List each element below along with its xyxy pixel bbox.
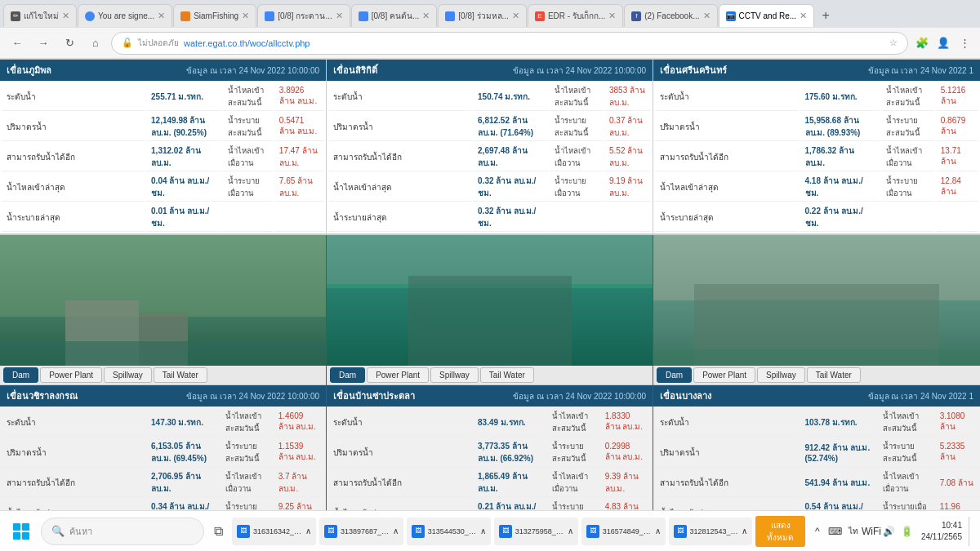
chevron-up-icon[interactable]: ∧ bbox=[568, 527, 573, 535]
chevron-up-icon[interactable]: ∧ bbox=[655, 527, 661, 535]
file-icon-2: 🖼 bbox=[324, 525, 337, 538]
tab-close-9[interactable]: ✕ bbox=[800, 11, 807, 21]
table-row: น้ำไหลเข้าล่าสุด 0.54 ล้าน ลบ.ม./ชม. น้ำ… bbox=[655, 499, 978, 511]
file-icon-1: 🖼 bbox=[237, 525, 250, 538]
cam1-tab-dam[interactable]: Dam bbox=[3, 367, 38, 383]
bottom-dam3-header: เขื่อนบางลาง ข้อมูล ณ เวลา 24 Nov 2022 1 bbox=[653, 385, 980, 407]
new-tab-button[interactable]: + bbox=[815, 5, 836, 26]
tab-close-3[interactable]: ✕ bbox=[242, 11, 249, 21]
browser-tab-9[interactable]: 📷 CCTV and Re... ✕ bbox=[719, 4, 815, 27]
cam-section-1: Vajiralongkorn Dam 2022-11-24 10:41:40 bbox=[0, 235, 327, 511]
table-row: น้ำระบายล่าสุด 0.22 ล้าน ลบ.ม./ชม. bbox=[655, 203, 978, 232]
svg-rect-8 bbox=[408, 276, 572, 366]
clock[interactable]: 10:41 24/11/2565 bbox=[921, 520, 962, 543]
search-icon: 🔍 bbox=[51, 525, 65, 537]
cam3-tab-powerplant[interactable]: Power Plant bbox=[693, 367, 755, 383]
table-row: ระดับน้ำ 83.49 ม.รทก. น้ำไหลเข้าสะสมวันน… bbox=[328, 408, 651, 437]
download-item-3[interactable]: 🖼 313544530_23427....jpg ∧ bbox=[407, 518, 491, 545]
camera-feed-2: Intake Thu Nov 24 2022 10:41:05 bbox=[327, 235, 653, 366]
browser-tab-6[interactable]: [0/8] ร่วมหล... ✕ bbox=[438, 4, 527, 27]
table-row: ปริมาตรน้ำ 6,153.05 ล้าน ลบ.ม. (69.45%) … bbox=[2, 438, 324, 467]
download-item-6[interactable]: 🖼 312812543_44574....jpg ∧ bbox=[669, 518, 753, 545]
download-item-4[interactable]: 🖼 313275958_11353....jpg ∧ bbox=[494, 518, 578, 545]
insecure-icon: 🔓 bbox=[122, 38, 133, 48]
extensions-icon[interactable]: 🧩 bbox=[913, 34, 931, 52]
menu-icon[interactable]: ⋮ bbox=[956, 34, 973, 52]
browser-tab-5[interactable]: [0/8] คนต้น... ✕ bbox=[351, 4, 438, 27]
table-row: สามารถรับน้ำได้อีก 541.94 ล้าน ลบ.ม. น้ำ… bbox=[655, 469, 978, 497]
forward-button[interactable]: → bbox=[33, 33, 54, 54]
cam2-tab-powerplant[interactable]: Power Plant bbox=[367, 367, 429, 383]
address-bar: ← → ↻ ⌂ 🔓 ไม่ปลอดภัย water.egat.co.th/wo… bbox=[0, 28, 980, 59]
tab-close-7[interactable]: ✕ bbox=[608, 11, 616, 21]
cam3-tab-tailwater[interactable]: Tail Water bbox=[807, 367, 861, 383]
cam2-tab-spillway[interactable]: Spillway bbox=[430, 367, 479, 383]
taskbar-search[interactable]: 🔍 ค้นหา bbox=[41, 518, 204, 545]
tab-close-5[interactable]: ✕ bbox=[422, 11, 430, 21]
dam-visual-2 bbox=[327, 235, 653, 366]
table-row: สามารถรับน้ำได้อีก 1,786.32 ล้าน ลบ.ม. น… bbox=[655, 143, 978, 171]
cam1-tab-buttons: Dam Power Plant Spillway Tail Water bbox=[0, 366, 326, 385]
tab-close-6[interactable]: ✕ bbox=[512, 11, 519, 21]
browser-tab-7[interactable]: E EDR - รับเก็กก... ✕ bbox=[528, 4, 623, 27]
chevron-up-icon[interactable]: ∧ bbox=[742, 527, 747, 535]
home-button[interactable]: ⌂ bbox=[85, 33, 106, 54]
refresh-button[interactable]: ↻ bbox=[59, 33, 80, 54]
toolbar-icons: 🧩 👤 ⋮ bbox=[913, 34, 973, 52]
chevron-up-icon[interactable]: ∧ bbox=[305, 527, 311, 535]
table-row: สามารถรับน้ำได้อีก 2,697.48 ล้าน ลบ.ม. น… bbox=[328, 143, 651, 171]
url-bar[interactable]: 🔓 ไม่ปลอดภัย water.egat.co.th/woc/allcct… bbox=[111, 32, 908, 55]
dam-panel-3: เขื่อนศรีนครินทร์ ข้อมูล ณ เวลา 24 Nov 2… bbox=[653, 60, 980, 233]
browser-tab-4[interactable]: [0/8] กระดาน... ✕ bbox=[257, 4, 350, 27]
table-row: สามารถรับน้ำได้อีก 2,706.95 ล้าน ลบ.ม. น… bbox=[2, 469, 324, 497]
cam1-tab-tailwater[interactable]: Tail Water bbox=[154, 367, 207, 383]
chevron-up-icon[interactable]: ∧ bbox=[480, 527, 486, 535]
bottom-dam1-table: ระดับน้ำ 147.30 ม.รทก. น้ำไหลเข้าสะสมวัน… bbox=[0, 407, 326, 511]
cam3-tab-dam[interactable]: Dam bbox=[657, 367, 692, 383]
chevron-up-icon[interactable]: ∧ bbox=[393, 527, 399, 535]
wifi-icon[interactable]: WiFi bbox=[864, 524, 879, 539]
dam3-header: เขื่อนศรีนครินทร์ ข้อมูล ณ เวลา 24 Nov 2… bbox=[653, 60, 980, 81]
browser-tab-3[interactable]: SiamFishing ✕ bbox=[173, 4, 256, 27]
browser-tab-1[interactable]: ✏ แก้ไขใหม่ ✕ bbox=[3, 4, 77, 27]
profile-icon[interactable]: 👤 bbox=[934, 34, 952, 52]
start-button[interactable] bbox=[7, 517, 36, 546]
tab-close-4[interactable]: ✕ bbox=[336, 11, 343, 21]
cam2-tab-tailwater[interactable]: Tail Water bbox=[480, 367, 534, 383]
keyboard-icon[interactable]: ⌨ bbox=[828, 524, 843, 539]
cam3-tab-spillway[interactable]: Spillway bbox=[757, 367, 805, 383]
cam1-tab-powerplant[interactable]: Power Plant bbox=[40, 367, 102, 383]
cam2-tab-dam[interactable]: Dam bbox=[330, 367, 365, 383]
camera-section: Vajiralongkorn Dam 2022-11-24 10:41:40 bbox=[0, 235, 980, 511]
system-tray: ^ ⌨ ไท WiFi 🔊 🔋 10:41 24/11/2565 bbox=[810, 517, 973, 546]
tab-close-2[interactable]: ✕ bbox=[158, 11, 165, 21]
download-item-5[interactable]: 🖼 316574849_64938....jpg ∧ bbox=[581, 518, 666, 545]
dam2-header: เขื่อนสิริกิติ์ ข้อมูล ณ เวลา 24 Nov 202… bbox=[327, 60, 653, 81]
table-row: น้ำระบายล่าสุด 0.32 ล้าน ลบ.ม./ชม. bbox=[328, 203, 651, 232]
browser-tab-8[interactable]: f (2) Facebook... ✕ bbox=[624, 4, 717, 27]
svg-rect-12 bbox=[653, 349, 980, 366]
table-row: สามารถรับน้ำได้อีก 1,865.49 ล้าน ลบ.ม. น… bbox=[328, 469, 651, 497]
tab-close-8[interactable]: ✕ bbox=[703, 11, 710, 21]
sound-icon[interactable]: 🔊 bbox=[882, 524, 897, 539]
table-row: ปริมาตรน้ำ 6,812.52 ล้าน ลบ.ม. (71.64%) … bbox=[328, 113, 651, 141]
show-all-downloads-button[interactable]: แสดงทั้งหมด bbox=[755, 516, 804, 547]
cam-section-2: Intake Thu Nov 24 2022 10:41:05 bbox=[327, 235, 653, 511]
bookmark-icon[interactable]: ☆ bbox=[889, 38, 898, 48]
table-row: ระดับน้ำ 147.30 ม.รทก. น้ำไหลเข้าสะสมวัน… bbox=[2, 408, 324, 437]
battery-icon[interactable]: 🔋 bbox=[900, 524, 915, 539]
dam-panel-1: เขื่อนภูมิพล ข้อมูล ณ เวลา 24 Nov 2022 1… bbox=[0, 60, 327, 233]
dam-panel-2: เขื่อนสิริกิติ์ ข้อมูล ณ เวลา 24 Nov 202… bbox=[327, 60, 653, 233]
download-item-1[interactable]: 🖼 316316342_13143....jpg ∧ bbox=[232, 518, 316, 545]
tray-chevron-icon[interactable]: ^ bbox=[810, 524, 825, 539]
cam-section-3: BANGLANG DAM-RESERVOIR 2022-11-24 10:41:… bbox=[653, 235, 980, 511]
download-item-2[interactable]: 🖼 313897687_45512....jpg ∧ bbox=[319, 518, 403, 545]
back-button[interactable]: ← bbox=[7, 33, 28, 54]
tab-close-1[interactable]: ✕ bbox=[62, 11, 69, 21]
browser-tab-2[interactable]: You are signe... ✕ bbox=[78, 4, 172, 27]
show-desktop-button[interactable] bbox=[969, 517, 973, 546]
task-view-button[interactable]: ⧉ bbox=[209, 522, 227, 540]
cam1-tab-spillway[interactable]: Spillway bbox=[104, 367, 152, 383]
language-icon[interactable]: ไท bbox=[846, 524, 861, 539]
dam2-table: ระดับน้ำ 150.74 ม.รทก. น้ำไหลเข้าสะสมวัน… bbox=[327, 81, 653, 233]
